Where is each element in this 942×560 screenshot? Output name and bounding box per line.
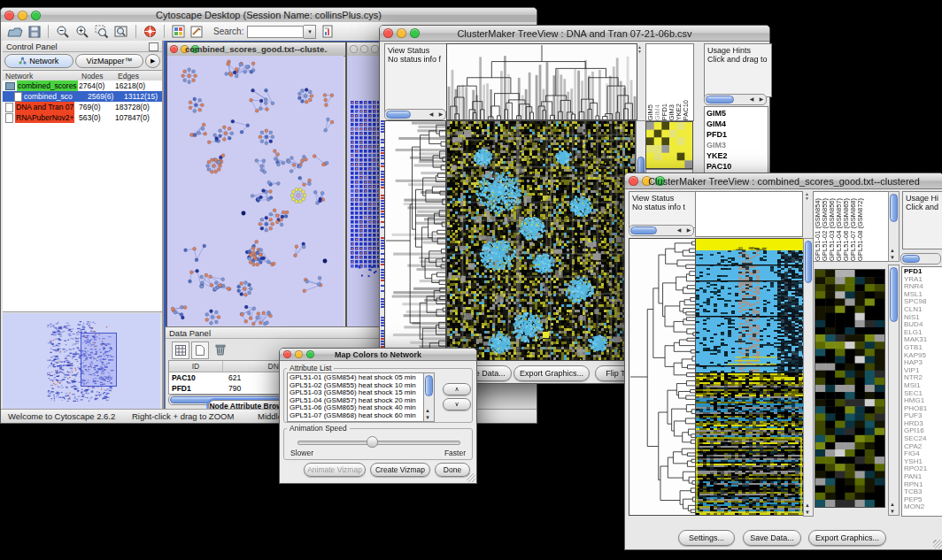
scroll-left-icon[interactable]: ◀ xyxy=(747,96,756,103)
treeview1-hscrollbar[interactable]: ◀ ▶ xyxy=(384,109,446,120)
gene-label[interactable]: GIM5 xyxy=(706,108,768,119)
search-dropdown-button[interactable]: ▼ xyxy=(304,25,316,39)
help-lifesaver-icon[interactable] xyxy=(143,25,157,38)
network-view-titlebar[interactable]: combined_scores_good.txt--cluste... xyxy=(167,42,345,57)
move-up-button[interactable]: ∧ xyxy=(443,383,471,395)
move-down-button[interactable]: ∨ xyxy=(443,398,471,410)
animate-vizmap-button[interactable]: Animate Vizmap xyxy=(304,463,366,477)
treeview2-vscrollbar[interactable]: ▲ ▼ xyxy=(803,238,814,517)
row-dendrogram-canvas[interactable] xyxy=(384,120,446,361)
create-vizmap-button[interactable]: Create Vizmap xyxy=(370,463,430,477)
label-scroll-arrows[interactable]: ▲ ▼ xyxy=(805,192,809,201)
network-row[interactable]: DNA and Tran 07 769(0) 183728(0) xyxy=(3,102,162,112)
scroll-up-icon[interactable]: ▲ xyxy=(888,502,897,508)
done-button[interactable]: Done xyxy=(435,463,470,477)
network-row[interactable]: combined_scores 2764(0) 16218(0) xyxy=(3,81,162,91)
gene-label[interactable]: GIM4 xyxy=(706,119,768,129)
tab-overflow-button[interactable]: ▶ xyxy=(145,54,160,68)
scroll-up-icon[interactable]: ▲ xyxy=(888,248,897,254)
tab-vizmapper[interactable]: VizMapper™ xyxy=(75,54,144,68)
vizmap-grid-icon[interactable] xyxy=(172,25,185,38)
new-attribute-icon[interactable] xyxy=(191,341,209,359)
gene-label[interactable]: MON2 xyxy=(904,503,942,511)
zoom-fit-icon[interactable] xyxy=(114,25,128,39)
main-titlebar[interactable]: Cytoscape Desktop (Session Name: collins… xyxy=(1,8,537,23)
gene-label[interactable]: YKE2 xyxy=(706,150,768,161)
scroll-down-icon[interactable]: ▼ xyxy=(888,509,897,515)
scroll-down-icon[interactable]: ▼ xyxy=(423,415,432,421)
treeview1-zoom-heatmap-canvas[interactable] xyxy=(645,121,693,169)
close-button[interactable] xyxy=(170,45,178,53)
report-icon[interactable] xyxy=(321,25,335,38)
tab-network[interactable]: Network xyxy=(4,54,73,68)
treeview1-heatmap-canvas[interactable] xyxy=(446,120,636,361)
treeview1-titlebar[interactable]: ClusterMaker TreeView : DNA and Tran 07-… xyxy=(380,26,769,42)
scroll-down-icon[interactable]: ▼ xyxy=(637,49,642,54)
network-overview-canvas[interactable] xyxy=(3,313,160,409)
scroll-right-icon[interactable]: ▶ xyxy=(436,111,445,118)
save-data-button[interactable]: Save Data... xyxy=(743,530,801,546)
scroll-up-icon[interactable]: ▲ xyxy=(803,502,812,509)
column-labels-vscrollbar[interactable]: ▲ ▼ xyxy=(888,191,900,262)
close-button[interactable] xyxy=(383,28,393,38)
dialog-titlebar[interactable]: Map Colors to Network xyxy=(280,349,476,361)
row-dendrogram-canvas[interactable] xyxy=(629,238,696,516)
scroll-left-icon[interactable]: ◀ xyxy=(427,111,436,118)
delete-attribute-trash-icon[interactable] xyxy=(212,341,228,357)
network-view-canvas[interactable] xyxy=(167,56,344,326)
resize-grip[interactable] xyxy=(467,473,475,482)
zoom-in-icon[interactable] xyxy=(75,25,89,39)
scrollbar-thumb[interactable] xyxy=(706,96,734,104)
save-icon[interactable] xyxy=(28,26,41,38)
scrollbar-thumb[interactable] xyxy=(425,375,433,396)
attribute-item[interactable]: GPL51-07 (GSM868) heat shock 60 min xyxy=(290,412,424,420)
treeview2-hscrollbar[interactable]: ◀ ▶ xyxy=(629,225,694,236)
float-panel-icon[interactable] xyxy=(149,42,158,51)
scroll-right-icon[interactable]: ▶ xyxy=(757,96,766,103)
scrollbar-thumb[interactable] xyxy=(902,255,920,263)
scroll-right-icon[interactable]: ▶ xyxy=(684,227,693,234)
settings-button[interactable]: Settings... xyxy=(678,530,735,546)
attribute-list-vscrollbar[interactable]: ▲ ▼ xyxy=(423,372,435,422)
export-graphics-button[interactable]: Export Graphics... xyxy=(808,530,886,546)
scroll-down-icon[interactable]: ▼ xyxy=(803,510,812,516)
minimize-button[interactable] xyxy=(360,45,368,53)
open-folder-icon[interactable] xyxy=(7,26,23,38)
resize-grip[interactable] xyxy=(933,540,942,548)
network-row-selected[interactable]: combined_sco 2569(6) 13112(15) xyxy=(3,91,162,102)
close-button[interactable] xyxy=(283,350,291,358)
animation-speed-slider-thumb[interactable] xyxy=(367,436,378,448)
animation-speed-slider-track[interactable] xyxy=(297,441,460,445)
col-id[interactable]: ID xyxy=(169,361,223,372)
close-button[interactable] xyxy=(629,176,638,186)
column-dendrogram-canvas[interactable] xyxy=(446,43,637,120)
search-input[interactable] xyxy=(247,26,304,38)
treeview2-heatmap-canvas[interactable] xyxy=(695,238,804,516)
scrollbar-thumb[interactable] xyxy=(890,194,898,222)
scrollbar-thumb[interactable] xyxy=(630,226,657,234)
close-button[interactable] xyxy=(4,11,14,20)
gene-label[interactable]: PAC10 xyxy=(706,161,768,172)
gene-label[interactable]: PFD1 xyxy=(706,129,768,140)
scrollbar-thumb[interactable] xyxy=(890,267,898,322)
scroll-left-icon[interactable]: ◀ xyxy=(675,227,683,234)
network-row[interactable]: RNAPuberNov2+ 563(0) 107847(0) xyxy=(3,112,162,123)
zoom-selected-icon[interactable] xyxy=(95,25,109,39)
scroll-down-icon[interactable]: ▼ xyxy=(805,196,809,201)
zoom-button[interactable] xyxy=(371,45,379,53)
scrollbar-thumb[interactable] xyxy=(386,111,411,119)
usage-hscrollbar[interactable] xyxy=(900,253,941,265)
scroll-up-icon[interactable]: ▲ xyxy=(423,408,432,414)
treeview2-titlebar[interactable]: ClusterMaker TreeView : combined_scores_… xyxy=(625,173,942,189)
scroll-down-icon[interactable]: ▼ xyxy=(888,255,897,261)
column-label[interactable]: PAC10 xyxy=(683,100,690,120)
treeview2-zoom-heatmap-canvas[interactable] xyxy=(815,269,885,508)
gene-label[interactable]: GIM3 xyxy=(706,140,768,150)
zoom-out-icon[interactable] xyxy=(56,25,70,39)
annotation-icon[interactable] xyxy=(190,25,204,38)
scrollbar-thumb[interactable] xyxy=(805,241,812,283)
usage-hscrollbar[interactable]: ◀ ▶ xyxy=(704,94,767,105)
column-label[interactable]: GPL51-08 (GSM872) xyxy=(857,198,864,261)
label-scroll-arrows[interactable]: ▲ ▼ xyxy=(637,45,642,54)
export-graphics-button[interactable]: Export Graphics... xyxy=(513,365,590,381)
